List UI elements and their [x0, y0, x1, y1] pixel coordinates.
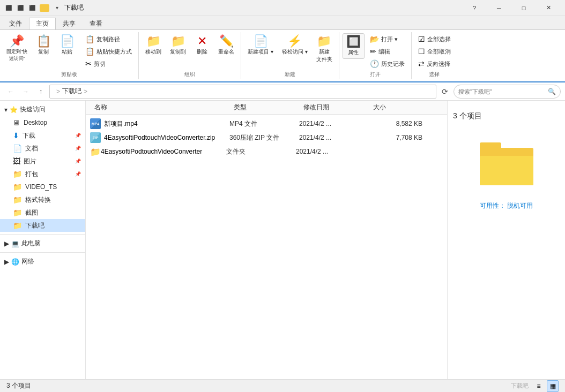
packing-icon: 📁 [13, 170, 22, 178]
search-input[interactable] [458, 88, 548, 95]
copy-to-label: 复制到 [170, 48, 186, 56]
col-header-name[interactable]: 名称 [90, 103, 229, 112]
sidebar-item-video-ts[interactable]: 📁 VIDEO_TS [0, 180, 85, 193]
downloads-label: 下载 [23, 131, 35, 140]
copy-to-icon: 📁 [171, 35, 185, 47]
copy-button[interactable]: 📋 复制 [33, 33, 54, 58]
sidebar-item-pictures[interactable]: 🖼 图片 📌 [0, 155, 85, 168]
this-pc-header[interactable]: ▶ 💻 此电脑 [0, 237, 85, 250]
help-button[interactable]: ? [462, 0, 487, 16]
ribbon-open-content: 🔲 属性 📂 打开 ▾ ✏ 编辑 🕐 历史记录 [343, 33, 408, 70]
network-chevron: ▶ [4, 258, 9, 266]
open-label: 打开 [343, 70, 408, 78]
delete-button[interactable]: ✕ 删除 [191, 33, 213, 58]
sidebar-item-desktop[interactable]: 🖥 Desktop [0, 116, 85, 129]
up-button[interactable]: ↑ [34, 85, 47, 98]
col-header-type[interactable]: 类型 [229, 103, 299, 112]
desktop-label: Desktop [24, 119, 47, 126]
history-button[interactable]: 🕐 历史记录 [367, 58, 408, 70]
view-list-button[interactable]: ▦ [547, 380, 559, 392]
paste-button[interactable]: 📄 粘贴 [56, 33, 78, 58]
table-row[interactable]: MP4 新项目.mp4 MP4 文件 2021/4/2 ... 8,582 KB [86, 117, 447, 131]
packing-label: 打包 [25, 170, 38, 179]
status-bar: 3 个项目 下载吧 ≡ ▦ [0, 379, 565, 392]
file-date-1: 2021/4/2 ... [299, 120, 369, 127]
this-pc-section: ▶ 💻 此电脑 [0, 237, 85, 250]
file-list-body: MP4 新项目.mp4 MP4 文件 2021/4/2 ... 8,582 KB… [86, 115, 447, 379]
maximize-button[interactable]: □ [511, 0, 536, 16]
file-list-header: 名称 类型 修改日期 大小 [86, 101, 447, 115]
sidebar-item-packing[interactable]: 📁 打包 📌 [0, 168, 85, 180]
new-item-button[interactable]: 📄 新建项目 ▾ [244, 33, 277, 58]
col-header-size[interactable]: 大小 [369, 103, 422, 112]
title-bar-left: ⬛ ⬛ ⬛ ▾ 下载吧 [4, 3, 84, 12]
close-button[interactable]: ✕ [536, 0, 561, 16]
pin-downloads-icon: 📌 [75, 133, 81, 138]
address-path[interactable]: > 下载吧 > [49, 85, 436, 99]
new-item-icon: 📄 [254, 35, 268, 47]
sidebar-item-downloads[interactable]: ⬇ 下载 📌 [0, 129, 85, 142]
new-folder-icon: 📁 [317, 35, 331, 47]
cut-button[interactable]: ✂ 剪切 [82, 58, 135, 70]
file-size-2: 7,708 KB [369, 134, 422, 141]
move-to-button[interactable]: 📁 移动到 [142, 33, 165, 58]
new-folder-button[interactable]: 📁 新建文件夹 [313, 33, 336, 65]
forward-button[interactable]: → [19, 85, 32, 98]
view-details-button[interactable]: ≡ [533, 380, 545, 392]
history-label: 历史记录 [381, 60, 405, 68]
properties-button[interactable]: 🔲 属性 [343, 33, 365, 59]
file-name-3: 4EasysoftiPodtouchVideoConverter [101, 148, 226, 155]
paste-label: 粘贴 [62, 48, 72, 56]
quick-access-icon: ⭐ [10, 106, 18, 114]
edit-icon: ✏ [370, 47, 376, 56]
title-icon3: ⬛ [28, 4, 36, 12]
pictures-label: 图片 [24, 157, 36, 166]
sidebar-item-screenshot[interactable]: 📁 截图 [0, 206, 85, 219]
pin-quickaccess-button[interactable]: 📌 固定到"快速访问" [3, 33, 31, 64]
network-header[interactable]: ▶ 🌐 网络 [0, 255, 85, 268]
select-all-button[interactable]: ☑ 全部选择 [415, 33, 454, 45]
back-button[interactable]: ← [4, 85, 17, 98]
edit-button[interactable]: ✏ 编辑 [367, 46, 408, 57]
sidebar-item-downloads2[interactable]: 📁 下载吧 [0, 219, 85, 232]
folder-file-icon: 📁 [90, 147, 101, 157]
ribbon-select-content: ☑ 全部选择 ☐ 全部取消 ⇄ 反向选择 [415, 33, 454, 70]
file-pane: 名称 类型 修改日期 大小 MP4 新项目.mp4 MP4 文件 2021/4/… [86, 101, 447, 379]
tab-file[interactable]: 文件 [2, 18, 29, 29]
paste-icon: 📄 [60, 35, 75, 47]
ribbon: 📌 固定到"快速访问" 📋 复制 📄 粘贴 📋 复制路径 📋 粘贴快捷方式 [0, 30, 565, 82]
table-row[interactable]: 📁 4EasysoftiPodtouchVideoConverter 文件夹 2… [86, 145, 447, 159]
title-folder-icon [40, 4, 49, 12]
tab-view[interactable]: 查看 [83, 18, 109, 29]
sidebar-item-documents[interactable]: 📄 文档 📌 [0, 142, 85, 155]
search-box[interactable]: 🔍 [454, 85, 561, 99]
col-header-date[interactable]: 修改日期 [299, 103, 369, 112]
pin-label: 固定到"快速访问" [6, 48, 27, 62]
paste-shortcut-button[interactable]: 📋 粘贴快捷方式 [82, 46, 135, 57]
history-icon: 🕐 [370, 59, 379, 68]
copy-to-button[interactable]: 📁 复制到 [167, 33, 189, 58]
copy-path-button[interactable]: 📋 复制路径 [82, 33, 135, 45]
sidebar-item-format[interactable]: 📁 格式转换 [0, 193, 85, 206]
table-row[interactable]: ZIP 4EasysoftiPodtouchVideoConverter.zip… [86, 131, 447, 145]
minimize-button[interactable]: ─ [487, 0, 511, 16]
rename-button[interactable]: ✏️ 重命名 [215, 33, 237, 58]
refresh-button[interactable]: ⟳ [438, 85, 451, 98]
easy-access-button[interactable]: ⚡ 轻松访问 ▾ [279, 33, 311, 58]
pin-icon: 📌 [10, 35, 24, 47]
new-item-label: 新建项目 ▾ [248, 48, 273, 56]
tab-home[interactable]: 主页 [29, 18, 56, 29]
preview-availability: 可用性： 脱机可用 [480, 201, 533, 210]
ribbon-group-clipboard: 📌 固定到"快速访问" 📋 复制 📄 粘贴 📋 复制路径 📋 粘贴快捷方式 [0, 32, 139, 79]
invert-select-button[interactable]: ⇄ 反向选择 [415, 58, 454, 70]
status-right: 下载吧 ≡ ▦ [511, 380, 559, 392]
tab-share[interactable]: 共享 [56, 18, 83, 29]
ribbon-group-select: ☑ 全部选择 ☐ 全部取消 ⇄ 反向选择 选择 [412, 32, 457, 79]
invert-select-icon: ⇄ [418, 59, 425, 68]
deselect-all-button[interactable]: ☐ 全部取消 [415, 46, 454, 57]
cut-label: 剪切 [94, 60, 106, 68]
open-file-button[interactable]: 📂 打开 ▾ [367, 33, 408, 45]
quick-access-header[interactable]: ▾ ⭐ 快速访问 [0, 103, 85, 116]
quick-access-chevron: ▾ [4, 106, 8, 114]
path-segment-1: 下载吧 [62, 87, 81, 96]
